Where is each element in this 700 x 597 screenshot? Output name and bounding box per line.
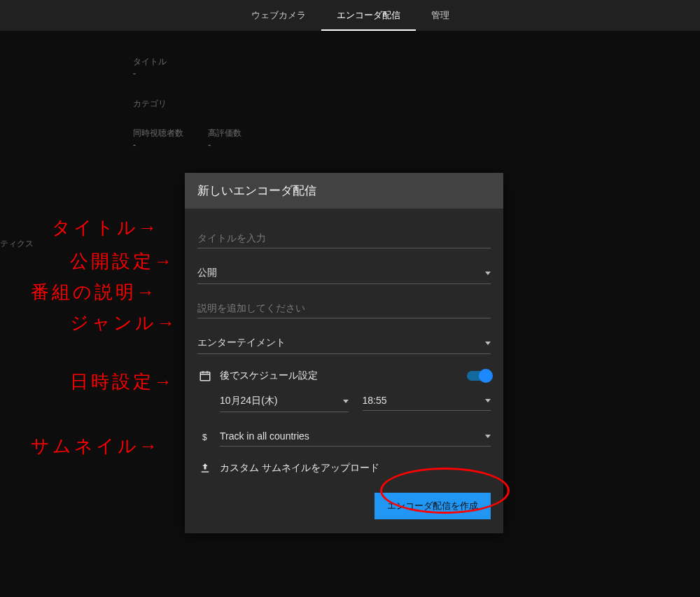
monetization-value: Track in all countries: [220, 430, 309, 442]
dialog-title: 新しいエンコーダ配信: [185, 173, 503, 209]
new-encoder-stream-dialog: 新しいエンコーダ配信 公開 エンターテイメント: [185, 173, 503, 533]
schedule-row: 後でスケジュール設定: [197, 370, 491, 382]
anno-thumbnail: サムネイル→: [31, 434, 160, 458]
sidebar-fragment: ティクス: [0, 238, 34, 250]
dropdown-caret-icon: [485, 399, 491, 402]
date-select[interactable]: 10月24日(木): [220, 392, 349, 412]
anno-genre: ジャンル→: [70, 311, 178, 335]
visibility-value: 公開: [197, 267, 217, 279]
monetization-row: $ Track in all countries: [197, 428, 491, 447]
bg-title-label: タイトル: [133, 56, 264, 68]
time-select[interactable]: 18:55: [363, 392, 491, 411]
title-input[interactable]: [197, 230, 491, 248]
tab-encoder[interactable]: エンコーダ配信: [321, 0, 416, 31]
description-input[interactable]: [197, 300, 491, 318]
anno-title: タイトル→: [52, 216, 160, 240]
tab-webcam[interactable]: ウェブカメラ: [236, 0, 321, 31]
thumbnail-label: カスタム サムネイルをアップロード: [220, 462, 491, 475]
genre-field: エンターテイメント: [197, 334, 491, 354]
anno-datetime: 日時設定→: [70, 370, 175, 394]
bg-title-value: -: [133, 68, 264, 80]
dollar-icon: $: [197, 431, 213, 444]
schedule-label: 後でスケジュール設定: [220, 370, 467, 382]
create-stream-button[interactable]: エンコーダ配信を作成: [374, 493, 491, 519]
anno-visibility: 公開設定→: [70, 249, 175, 274]
tab-manage[interactable]: 管理: [416, 0, 465, 31]
visibility-field: 公開: [197, 264, 491, 284]
schedule-toggle[interactable]: [467, 371, 491, 381]
schedule-datetime-row: 10月24日(木) 18:55: [220, 392, 491, 412]
dropdown-caret-icon: [485, 435, 491, 438]
bg-category-label: カテゴリ: [133, 98, 264, 110]
top-tabs: ウェブカメラ エンコーダ配信 管理: [0, 0, 700, 31]
svg-rect-0: [200, 372, 210, 381]
date-value: 10月24日(木): [220, 395, 277, 407]
genre-select[interactable]: エンターテイメント: [197, 334, 491, 354]
thumbnail-row[interactable]: カスタム サムネイルをアップロード: [197, 462, 491, 475]
time-value: 18:55: [363, 395, 387, 406]
genre-value: エンターテイメント: [197, 337, 286, 349]
dropdown-caret-icon: [485, 272, 491, 275]
bg-likes-label: 高評価数: [208, 127, 241, 139]
dropdown-caret-icon: [485, 342, 491, 345]
monetization-select[interactable]: Track in all countries: [220, 428, 491, 447]
bg-likes-value: -: [208, 139, 241, 151]
calendar-icon: [197, 370, 213, 382]
svg-text:$: $: [202, 433, 207, 442]
anno-description: 番組の説明→: [31, 280, 158, 304]
title-field: [197, 230, 491, 248]
description-field: [197, 300, 491, 318]
bg-viewers-value: -: [133, 139, 183, 151]
bg-viewers-label: 同時視聴者数: [133, 127, 183, 139]
upload-icon: [197, 462, 213, 475]
visibility-select[interactable]: 公開: [197, 264, 491, 284]
background-stream-info: タイトル - カテゴリ 同時視聴者数 - 高評価数 -: [133, 56, 264, 169]
dropdown-caret-icon: [343, 400, 349, 403]
